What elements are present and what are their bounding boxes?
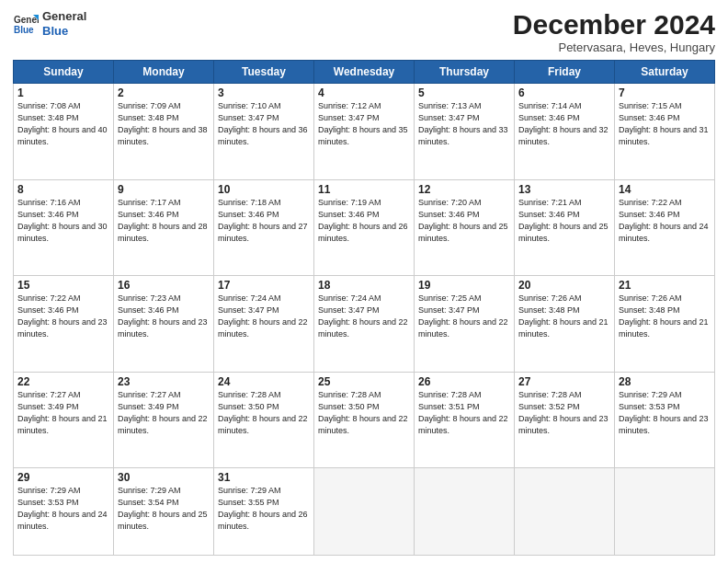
header-day: Wednesday [314,61,415,84]
day-cell: 22Sunrise: 7:27 AMSunset: 3:49 PMDayligh… [14,372,114,468]
day-info: Sunrise: 7:19 AMSunset: 3:46 PMDaylight:… [318,197,410,245]
day-info: Sunrise: 7:22 AMSunset: 3:46 PMDaylight:… [17,293,109,340]
day-cell: 6Sunrise: 7:14 AMSunset: 3:46 PMDaylight… [515,84,615,180]
day-number: 7 [619,86,711,99]
day-number: 25 [318,375,410,388]
day-number: 12 [418,183,510,196]
header-day: Saturday [615,61,715,84]
header-day: Thursday [415,61,515,84]
month-title: December 2024 [513,9,715,40]
day-cell: 23Sunrise: 7:27 AMSunset: 3:49 PMDayligh… [114,372,214,468]
logo: General Blue General Blue [13,9,86,38]
day-cell: 26Sunrise: 7:28 AMSunset: 3:51 PMDayligh… [415,372,515,468]
week-row: 1Sunrise: 7:08 AMSunset: 3:48 PMDaylight… [14,84,715,180]
day-info: Sunrise: 7:26 AMSunset: 3:48 PMDaylight:… [619,293,711,340]
day-cell: 12Sunrise: 7:20 AMSunset: 3:46 PMDayligh… [415,179,515,276]
day-cell: 28Sunrise: 7:29 AMSunset: 3:53 PMDayligh… [615,372,715,468]
day-number: 19 [418,279,510,292]
day-info: Sunrise: 7:25 AMSunset: 3:47 PMDaylight:… [418,293,510,340]
day-info: Sunrise: 7:28 AMSunset: 3:50 PMDaylight:… [218,389,310,437]
day-cell: 8Sunrise: 7:16 AMSunset: 3:46 PMDaylight… [14,179,114,276]
logo-icon: General Blue [13,11,39,37]
day-number: 6 [518,86,610,99]
day-cell: 25Sunrise: 7:28 AMSunset: 3:50 PMDayligh… [314,372,415,468]
day-cell: 3Sunrise: 7:10 AMSunset: 3:47 PMDaylight… [214,84,314,180]
subtitle: Petervasara, Heves, Hungary [513,40,715,54]
day-number: 5 [418,86,510,99]
day-number: 31 [218,471,310,484]
day-cell: 16Sunrise: 7:23 AMSunset: 3:46 PMDayligh… [114,276,214,373]
day-info: Sunrise: 7:08 AMSunset: 3:48 PMDaylight:… [17,100,109,148]
day-cell [415,468,515,556]
day-info: Sunrise: 7:15 AMSunset: 3:46 PMDaylight:… [619,100,711,148]
day-info: Sunrise: 7:22 AMSunset: 3:46 PMDaylight:… [619,197,711,245]
day-cell: 13Sunrise: 7:21 AMSunset: 3:46 PMDayligh… [515,179,615,276]
day-cell [314,468,415,556]
day-number: 14 [619,183,711,196]
day-info: Sunrise: 7:20 AMSunset: 3:46 PMDaylight:… [418,197,510,245]
day-info: Sunrise: 7:09 AMSunset: 3:48 PMDaylight:… [118,100,210,148]
day-number: 20 [518,279,610,292]
calendar-table: SundayMondayTuesdayWednesdayThursdayFrid… [13,60,715,556]
day-info: Sunrise: 7:29 AMSunset: 3:55 PMDaylight:… [218,485,310,533]
day-cell: 7Sunrise: 7:15 AMSunset: 3:46 PMDaylight… [615,84,715,180]
day-cell: 14Sunrise: 7:22 AMSunset: 3:46 PMDayligh… [615,179,715,276]
logo-text-blue: Blue [42,24,86,39]
day-number: 17 [218,279,310,292]
day-number: 18 [318,279,410,292]
day-cell: 9Sunrise: 7:17 AMSunset: 3:46 PMDaylight… [114,179,214,276]
day-number: 27 [518,375,610,388]
day-number: 24 [218,375,310,388]
day-info: Sunrise: 7:29 AMSunset: 3:53 PMDaylight:… [17,485,109,533]
week-row: 22Sunrise: 7:27 AMSunset: 3:49 PMDayligh… [14,372,715,468]
day-info: Sunrise: 7:10 AMSunset: 3:47 PMDaylight:… [218,100,310,148]
day-info: Sunrise: 7:16 AMSunset: 3:46 PMDaylight:… [17,197,109,245]
day-info: Sunrise: 7:28 AMSunset: 3:51 PMDaylight:… [418,389,510,437]
day-cell: 27Sunrise: 7:28 AMSunset: 3:52 PMDayligh… [515,372,615,468]
day-number: 28 [619,375,711,388]
day-info: Sunrise: 7:26 AMSunset: 3:48 PMDaylight:… [518,293,610,340]
day-cell: 1Sunrise: 7:08 AMSunset: 3:48 PMDaylight… [14,84,114,180]
day-number: 3 [218,86,310,99]
day-number: 15 [17,279,109,292]
day-number: 10 [218,183,310,196]
day-cell: 29Sunrise: 7:29 AMSunset: 3:53 PMDayligh… [14,468,114,556]
day-cell: 17Sunrise: 7:24 AMSunset: 3:47 PMDayligh… [214,276,314,373]
day-number: 8 [17,183,109,196]
week-row: 29Sunrise: 7:29 AMSunset: 3:53 PMDayligh… [14,468,715,556]
header-day: Sunday [14,61,114,84]
day-cell: 11Sunrise: 7:19 AMSunset: 3:46 PMDayligh… [314,179,415,276]
day-info: Sunrise: 7:21 AMSunset: 3:46 PMDaylight:… [518,197,610,245]
week-row: 15Sunrise: 7:22 AMSunset: 3:46 PMDayligh… [14,276,715,373]
day-cell: 31Sunrise: 7:29 AMSunset: 3:55 PMDayligh… [214,468,314,556]
title-area: December 2024 Petervasara, Heves, Hungar… [513,9,715,54]
header-day: Monday [114,61,214,84]
day-cell: 21Sunrise: 7:26 AMSunset: 3:48 PMDayligh… [615,276,715,373]
day-cell: 30Sunrise: 7:29 AMSunset: 3:54 PMDayligh… [114,468,214,556]
day-info: Sunrise: 7:27 AMSunset: 3:49 PMDaylight:… [17,389,109,437]
day-cell [615,468,715,556]
day-info: Sunrise: 7:17 AMSunset: 3:46 PMDaylight:… [118,197,210,245]
week-row: 8Sunrise: 7:16 AMSunset: 3:46 PMDaylight… [14,179,715,276]
day-number: 30 [118,471,210,484]
logo-text-general: General [42,9,86,24]
day-cell: 5Sunrise: 7:13 AMSunset: 3:47 PMDaylight… [415,84,515,180]
day-number: 1 [17,86,109,99]
day-number: 11 [318,183,410,196]
day-number: 22 [17,375,109,388]
day-cell: 2Sunrise: 7:09 AMSunset: 3:48 PMDaylight… [114,84,214,180]
day-number: 4 [318,86,410,99]
day-cell: 10Sunrise: 7:18 AMSunset: 3:46 PMDayligh… [214,179,314,276]
day-info: Sunrise: 7:29 AMSunset: 3:53 PMDaylight:… [619,389,711,437]
top-area: General Blue General Blue December 2024 … [13,9,715,54]
day-cell [515,468,615,556]
day-number: 9 [118,183,210,196]
header-day: Friday [515,61,615,84]
day-number: 23 [118,375,210,388]
header-day: Tuesday [214,61,314,84]
day-info: Sunrise: 7:14 AMSunset: 3:46 PMDaylight:… [518,100,610,148]
day-cell: 15Sunrise: 7:22 AMSunset: 3:46 PMDayligh… [14,276,114,373]
header-row: SundayMondayTuesdayWednesdayThursdayFrid… [14,61,715,84]
day-info: Sunrise: 7:27 AMSunset: 3:49 PMDaylight:… [118,389,210,437]
day-number: 13 [518,183,610,196]
